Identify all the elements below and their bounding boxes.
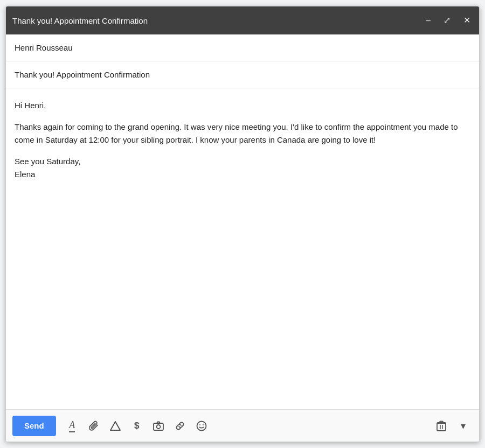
email-body-area[interactable]: Hi Henri, Thanks again for coming to the… xyxy=(6,88,479,409)
svg-marker-0 xyxy=(110,422,120,430)
camera-icon xyxy=(153,421,164,431)
svg-rect-6 xyxy=(437,423,446,431)
email-compose-window: Thank you! Appointment Confirmation – ⤢ … xyxy=(5,6,480,442)
insert-photo-button[interactable] xyxy=(149,416,168,436)
maximize-button[interactable]: ⤢ xyxy=(441,14,453,27)
to-field-row: Henri Rousseau xyxy=(6,34,479,61)
svg-point-3 xyxy=(197,421,206,430)
email-body-text: Hi Henri, Thanks again for coming to the… xyxy=(15,99,470,181)
drive-icon xyxy=(110,421,121,431)
svg-point-4 xyxy=(199,424,200,425)
title-bar: Thank you! Appointment Confirmation – ⤢ … xyxy=(6,6,479,34)
paperclip-icon xyxy=(89,421,99,431)
insert-money-button[interactable]: $ xyxy=(127,416,147,436)
insert-link-button[interactable] xyxy=(170,416,190,436)
delete-button[interactable] xyxy=(432,416,451,436)
email-signoff: See you Saturday, Elena xyxy=(15,155,470,181)
link-icon xyxy=(175,421,185,431)
subject-field-row: Thank you! Appointment Confirmation xyxy=(6,61,479,88)
send-button[interactable]: Send xyxy=(12,416,56,436)
subject-field-value[interactable]: Thank you! Appointment Confirmation xyxy=(15,70,150,79)
minimize-button[interactable]: – xyxy=(424,14,433,27)
to-field-value[interactable]: Henri Rousseau xyxy=(15,43,73,52)
window-title: Thank you! Appointment Confirmation xyxy=(12,16,148,25)
more-options-button[interactable]: ▾ xyxy=(453,416,473,436)
chevron-down-icon: ▾ xyxy=(461,420,466,432)
font-icon: A xyxy=(69,419,75,432)
dollar-icon: $ xyxy=(134,421,139,431)
close-button[interactable]: ✕ xyxy=(461,14,473,27)
emoji-button[interactable] xyxy=(192,416,211,436)
drive-button[interactable] xyxy=(106,416,125,436)
svg-point-2 xyxy=(156,425,160,429)
attach-button[interactable] xyxy=(84,416,103,436)
emoji-icon xyxy=(196,421,207,431)
email-paragraph1: Thanks again for coming to the grand ope… xyxy=(15,121,470,146)
font-format-button[interactable]: A xyxy=(63,416,82,436)
svg-point-5 xyxy=(203,424,204,425)
email-greeting: Hi Henri, xyxy=(15,99,470,112)
email-toolbar: Send A $ xyxy=(6,409,479,442)
trash-icon xyxy=(436,421,446,431)
svg-rect-1 xyxy=(154,423,163,430)
title-bar-controls: – ⤢ ✕ xyxy=(424,14,473,27)
